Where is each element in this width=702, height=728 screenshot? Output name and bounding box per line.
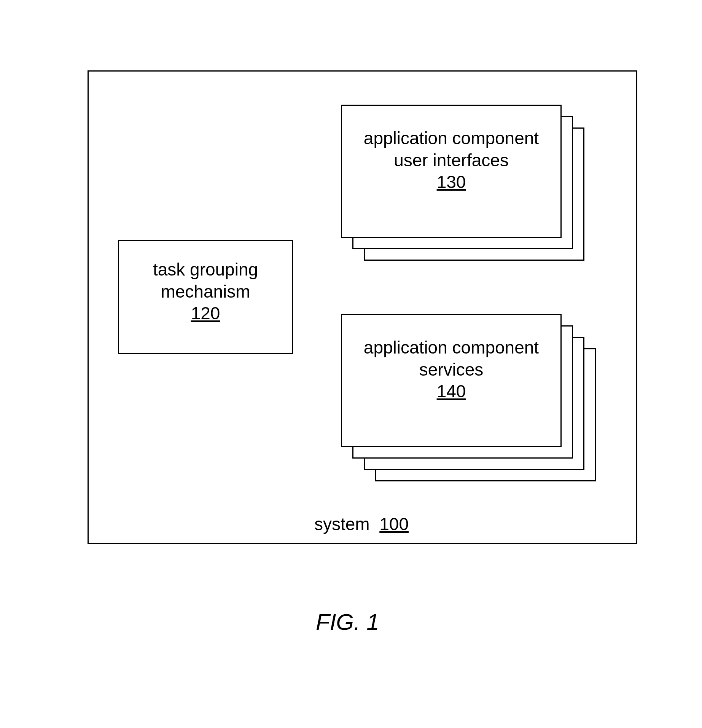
services-stack-line2: services (419, 360, 484, 379)
figure-caption: FIG. 1 (316, 609, 379, 635)
system-label: system 100 (304, 514, 419, 534)
ui-stack-label: application component user interfaces 13… (341, 127, 562, 193)
services-stack-number: 140 (437, 381, 466, 401)
ui-stack-number: 130 (437, 172, 466, 192)
ui-stack-line1: application component (364, 128, 539, 148)
figure-canvas: task grouping mechanism 120 application … (0, 0, 702, 728)
task-grouping-line2: mechanism (161, 282, 250, 301)
system-number: 100 (379, 514, 409, 534)
ui-stack-line2: user interfaces (394, 150, 509, 170)
task-grouping-number: 120 (191, 303, 220, 323)
services-stack-line1: application component (364, 338, 539, 357)
task-grouping-line1: task grouping (153, 260, 258, 279)
system-label-prefix: system (314, 514, 370, 534)
task-grouping-label: task grouping mechanism 120 (118, 259, 293, 325)
services-stack-label: application component services 140 (341, 337, 562, 403)
